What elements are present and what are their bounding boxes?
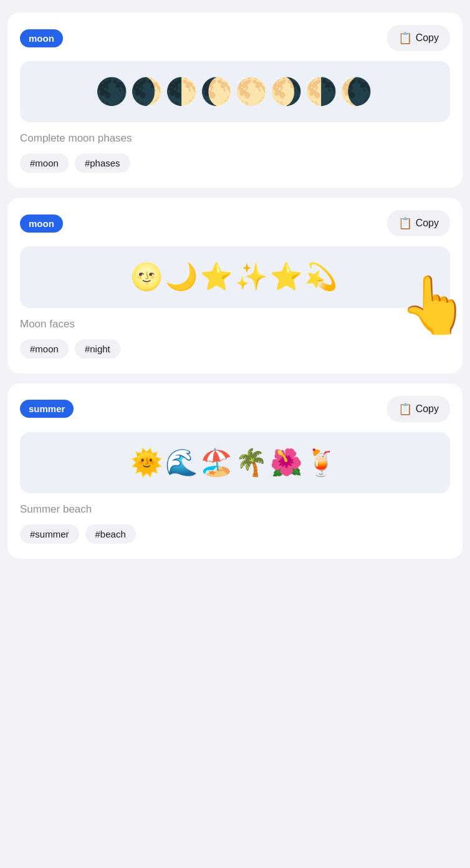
tag-badge: summer: [20, 400, 74, 418]
emoji-display: 🌝🌙⭐✨⭐💫: [20, 246, 450, 307]
emoji-content: 🌑🌒🌓🌔🌕🌖🌗🌘: [95, 76, 375, 107]
card-description: Summer beach: [20, 503, 450, 516]
hashtag[interactable]: #moon: [20, 153, 69, 173]
copy-label: Copy: [416, 403, 439, 415]
clipboard-icon: 📋: [398, 402, 412, 416]
emoji-card: summer 📋 Copy 🌞🌊🏖️🌴🌺🍹 Summer beach #summ…: [7, 383, 463, 559]
hashtag[interactable]: #beach: [85, 524, 136, 544]
card-header: moon 📋 Copy: [20, 210, 450, 236]
clipboard-icon: 📋: [398, 31, 412, 45]
emoji-content: 🌞🌊🏖️🌴🌺🍹: [130, 447, 340, 478]
tag-badge: moon: [20, 215, 63, 233]
copy-label: Copy: [416, 32, 439, 44]
card-description: Complete moon phases: [20, 132, 450, 145]
emoji-card: moon 📋 Copy 🌑🌒🌓🌔🌕🌖🌗🌘 Complete moon phase…: [7, 12, 463, 188]
hashtag[interactable]: #night: [75, 339, 120, 359]
clipboard-icon: 📋: [398, 216, 412, 230]
card-description: Moon faces: [20, 318, 450, 330]
copy-button[interactable]: 📋 Copy: [387, 396, 450, 422]
hashtag[interactable]: #moon: [20, 339, 69, 359]
tag-badge: moon: [20, 29, 63, 47]
hashtags-container: #moon#night: [20, 339, 450, 359]
copy-button[interactable]: 📋 Copy: [387, 210, 450, 236]
copy-button[interactable]: 📋 Copy: [387, 25, 450, 51]
hashtags-container: #summer#beach: [20, 524, 450, 544]
emoji-card: moon 📋 Copy 🌝🌙⭐✨⭐💫 Moon faces #moon#nigh…: [7, 198, 463, 373]
card-header: moon 📋 Copy: [20, 25, 450, 51]
hashtag[interactable]: #summer: [20, 524, 79, 544]
copy-label: Copy: [416, 218, 439, 229]
emoji-display: 🌞🌊🏖️🌴🌺🍹: [20, 432, 450, 493]
card-header: summer 📋 Copy: [20, 396, 450, 422]
emoji-display: 🌑🌒🌓🌔🌕🌖🌗🌘: [20, 61, 450, 122]
hashtag[interactable]: #phases: [75, 153, 130, 173]
emoji-content: 🌝🌙⭐✨⭐💫: [130, 261, 340, 292]
hashtags-container: #moon#phases: [20, 153, 450, 173]
